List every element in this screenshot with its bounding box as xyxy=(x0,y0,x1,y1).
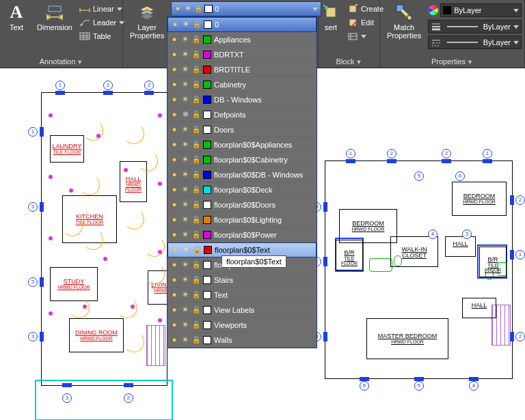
layer-item[interactable]: ●☀🔓Walls xyxy=(167,333,317,348)
layer-color-swatch[interactable] xyxy=(203,231,211,239)
lock-icon[interactable]: 🔓 xyxy=(192,216,200,224)
lock-icon[interactable]: 🔓 xyxy=(192,156,200,164)
bulb-icon[interactable]: ● xyxy=(170,126,178,134)
freeze-icon[interactable]: ☀ xyxy=(181,276,189,284)
color-picker-button[interactable]: ByLayer xyxy=(428,3,522,18)
layer-combo[interactable]: ● ☀ 🔒 0 xyxy=(171,1,321,16)
lock-icon[interactable]: 🔓 xyxy=(192,171,200,179)
bulb-icon[interactable]: ● xyxy=(170,66,178,74)
layer-item[interactable]: ●☀🔓Doors xyxy=(167,122,317,137)
layer-item[interactable]: ●☀🔓floorplan$0$DB - Windows xyxy=(167,167,317,182)
layer-color-swatch[interactable] xyxy=(203,261,211,269)
lock-icon[interactable]: 🔓 xyxy=(192,291,200,299)
insert-button[interactable]: sert xyxy=(321,1,345,33)
bulb-icon[interactable]: ● xyxy=(170,186,178,194)
bulb-icon[interactable]: ● xyxy=(170,231,178,239)
freeze-icon[interactable]: ☀ xyxy=(182,20,190,29)
layer-item[interactable]: ●☀🔓BDRTXT xyxy=(167,47,317,62)
text-button[interactable]: A Text xyxy=(3,1,30,33)
freeze-icon[interactable]: ☀ xyxy=(181,261,189,269)
bulb-icon[interactable]: ● xyxy=(170,96,178,104)
color-combo[interactable]: ByLayer xyxy=(440,3,522,17)
layer-color-swatch[interactable] xyxy=(203,126,211,134)
linetype-combo[interactable]: ByLayer xyxy=(428,36,522,49)
freeze-icon[interactable]: ☀ xyxy=(181,156,189,164)
layer-color-swatch[interactable] xyxy=(203,36,211,44)
panel-title-block[interactable]: Block▼ xyxy=(321,56,377,68)
layer-color-swatch[interactable] xyxy=(203,66,211,74)
freeze-icon[interactable]: ☀ xyxy=(181,306,189,314)
lock-icon[interactable]: 🔓 xyxy=(192,186,200,194)
layer-item[interactable]: ●☀🔓DB - Windows xyxy=(167,92,317,107)
bulb-icon[interactable]: ● xyxy=(170,321,178,329)
layer-item[interactable]: ●☀🔓floorplan$0$Doors xyxy=(167,197,317,212)
freeze-icon[interactable]: ☀ xyxy=(181,66,189,74)
lock-icon[interactable]: 🔓 xyxy=(192,51,200,59)
panel-title-properties[interactable]: Properties▼ xyxy=(383,56,522,68)
freeze-icon[interactable]: ☀ xyxy=(181,81,189,89)
lock-icon[interactable]: 🔓 xyxy=(193,20,201,29)
lock-icon[interactable]: 🔓 xyxy=(192,126,200,134)
layer-color-swatch[interactable] xyxy=(203,51,211,59)
bulb-icon[interactable]: ● xyxy=(170,291,178,299)
lock-icon[interactable]: 🔓 xyxy=(192,96,200,104)
layer-item[interactable]: ●☀🔓Viewports xyxy=(167,318,317,333)
bulb-icon[interactable]: ● xyxy=(171,246,179,254)
bulb-icon[interactable]: ● xyxy=(171,20,179,29)
lock-icon[interactable]: 🔓 xyxy=(192,36,200,44)
freeze-icon[interactable]: ☀ xyxy=(181,51,189,59)
lock-icon[interactable]: 🔓 xyxy=(192,141,200,149)
freeze-icon[interactable]: ☀ xyxy=(181,321,189,329)
layer-color-swatch[interactable] xyxy=(203,156,211,164)
layer-item[interactable]: ●☀🔓floorplan$0$Power xyxy=(167,227,317,242)
lock-icon[interactable]: 🔓 xyxy=(192,111,200,119)
layer-color-swatch[interactable] xyxy=(203,111,211,119)
leader-button[interactable]: Leader xyxy=(79,16,124,29)
table-button[interactable]: Table xyxy=(79,30,124,42)
lock-icon[interactable]: 🔓 xyxy=(192,66,200,74)
layer-color-swatch[interactable] xyxy=(203,216,211,224)
dimension-button[interactable]: Dimension xyxy=(33,1,77,33)
layer-item[interactable]: ●☀🔓0 xyxy=(167,17,317,32)
layer-item[interactable]: ●☀🔓floorplan$0$Lighting xyxy=(167,212,317,227)
panel-title-annotation[interactable]: Annotation▼ xyxy=(3,56,120,68)
freeze-icon[interactable]: ☀ xyxy=(181,201,189,209)
layer-dropdown[interactable]: ●☀🔓0●☀🔓Appliances●☀🔓BDRTXT●☀🔓BRDTITLE●☀🔓… xyxy=(167,16,317,348)
freeze-icon[interactable]: ❄ xyxy=(181,111,189,119)
lock-icon[interactable]: 🔓 xyxy=(192,201,200,209)
bulb-icon[interactable]: ● xyxy=(170,111,178,119)
create-button[interactable]: Create xyxy=(347,3,383,15)
lock-icon[interactable]: 🔓 xyxy=(193,246,201,254)
lock-icon[interactable]: 🔓 xyxy=(192,306,200,314)
layer-color-swatch[interactable] xyxy=(204,246,212,254)
lock-icon[interactable]: 🔓 xyxy=(192,336,200,344)
layer-item[interactable]: ●☀🔓Text xyxy=(167,288,317,303)
lock-icon[interactable]: 🔓 xyxy=(192,231,200,239)
layer-item[interactable]: ●☀🔓floorplan$0$Deck xyxy=(167,182,317,197)
layer-color-swatch[interactable] xyxy=(203,186,211,194)
bulb-icon[interactable]: ● xyxy=(170,306,178,314)
layer-color-swatch[interactable] xyxy=(203,276,211,284)
layer-item[interactable]: ●☀🔓Cabinetry xyxy=(167,77,317,92)
linear-button[interactable]: Linear xyxy=(79,3,124,15)
layer-properties-button[interactable]: Layer Properties xyxy=(126,1,168,41)
bulb-icon[interactable]: ● xyxy=(170,216,178,224)
lock-icon[interactable]: 🔓 xyxy=(192,261,200,269)
freeze-icon[interactable]: ☀ xyxy=(181,126,189,134)
bulb-icon[interactable]: ● xyxy=(170,36,178,44)
match-properties-button[interactable]: Match Properties xyxy=(383,1,425,41)
freeze-icon[interactable]: ☀ xyxy=(181,216,189,224)
layer-color-swatch[interactable] xyxy=(203,306,211,314)
freeze-icon[interactable]: ☀ xyxy=(182,246,190,254)
freeze-icon[interactable]: ☀ xyxy=(181,96,189,104)
layer-item[interactable]: ●☀🔓View Labels xyxy=(167,303,317,318)
freeze-icon[interactable]: ☀ xyxy=(181,171,189,179)
freeze-icon[interactable]: ☀ xyxy=(181,336,189,344)
edit-button[interactable]: Edit xyxy=(347,16,383,29)
layer-item[interactable]: ●☀🔓floorplan$0$Cabinetry xyxy=(167,152,317,167)
bulb-icon[interactable]: ● xyxy=(170,276,178,284)
freeze-icon[interactable]: ☀ xyxy=(181,141,189,149)
lock-icon[interactable]: 🔓 xyxy=(192,321,200,329)
freeze-icon[interactable]: ☀ xyxy=(181,36,189,44)
layer-color-swatch[interactable] xyxy=(203,96,211,104)
